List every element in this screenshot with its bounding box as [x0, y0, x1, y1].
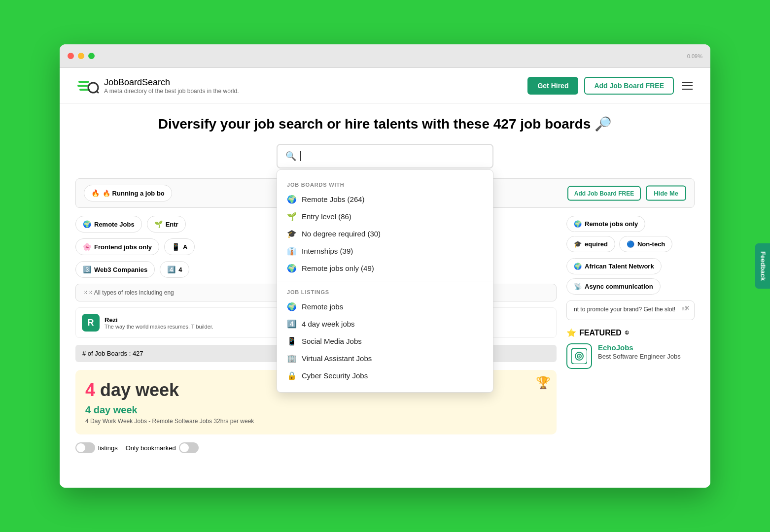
- feedback-tab[interactable]: Feedback: [756, 243, 770, 289]
- globe-icon: 🌍: [83, 220, 91, 228]
- navbar: JobBoardSearch A meta directory of the b…: [60, 68, 710, 104]
- banner-add-area: Add Job Board FREE Hide Me: [567, 186, 686, 201]
- remote-only-icon: 🌍: [287, 264, 297, 273]
- svg-line-5: [97, 91, 98, 93]
- internships-icon: 👔: [287, 246, 297, 256]
- dropdown-item-cyber-security[interactable]: 🔒 Cyber Security Jobs: [277, 367, 493, 384]
- dropdown-item-4day-week[interactable]: 4️⃣ 4 day week jobs: [277, 315, 493, 332]
- globe-icon-right: 🌍: [574, 220, 582, 228]
- svg-rect-1: [78, 81, 89, 83]
- remote-jobs-only-tag[interactable]: 🌍 Remote jobs only: [566, 216, 645, 232]
- no-degree-icon: 🎓: [287, 229, 297, 238]
- browser-titlebar: 0.09%: [60, 44, 710, 68]
- main-content: Diversify your job search or hire talent…: [60, 104, 710, 465]
- fullscreen-button[interactable]: [88, 53, 95, 59]
- logo-tagline: A meta directory of the best job boards …: [104, 88, 239, 95]
- featured-section: ⭐ FEATURED ①: [566, 328, 695, 369]
- svg-rect-2: [77, 85, 88, 87]
- african-talent-tag[interactable]: 🌍 African Talent Network: [566, 258, 662, 274]
- dropdown-section-listings-label: JOB LISTINGS: [277, 285, 493, 298]
- logo-name: JobBoardSearch: [104, 77, 239, 88]
- hide-me-button[interactable]: Hide Me: [646, 186, 686, 201]
- scroll-hint: 0.09%: [687, 53, 702, 59]
- featured-section-title: ⭐ FEATURED ①: [566, 328, 695, 337]
- bookmarked-toggle-switch[interactable]: [179, 442, 199, 453]
- dropdown-item-virtual-assistant[interactable]: 🏢 Virtual Assistant Jobs: [277, 350, 493, 367]
- star-icon: ⭐: [566, 328, 576, 337]
- degree-icon-right: 🎓: [574, 240, 582, 248]
- browser-window: 0.09% JobBoardSearch: [60, 44, 710, 488]
- dropdown-item-remote-only[interactable]: 🌍 Remote jobs only (49): [277, 260, 493, 277]
- listings-toggle-switch[interactable]: [75, 442, 95, 453]
- featured-sup: ①: [625, 330, 629, 335]
- logo-area: JobBoardSearch A meta directory of the b…: [75, 74, 239, 98]
- dropdown-item-remote-jobs[interactable]: 🌍 Remote Jobs (264): [277, 191, 493, 208]
- africa-icon: 🌍: [574, 263, 582, 270]
- search-cursor: [300, 151, 301, 161]
- virtual-assistant-icon: 🏢: [287, 354, 297, 363]
- logo-icon: [75, 74, 99, 98]
- hamburger-menu-icon[interactable]: [680, 80, 695, 92]
- sprout-icon: 🌱: [154, 220, 163, 228]
- four-icon: 4️⃣: [167, 266, 175, 273]
- svg-point-9: [579, 356, 580, 357]
- promote-text: nt to promote your brand? Get the slot!: [574, 306, 687, 313]
- four-day-week-title: 4 day week: [85, 404, 547, 416]
- search-container: 🔍 JOB BOARDS WITH 🌍 Remote Jobs (264) 🌱 …: [75, 144, 695, 168]
- minimize-button[interactable]: [78, 53, 84, 59]
- promote-close-button[interactable]: ✕: [684, 304, 690, 312]
- browser-content: JobBoardSearch A meta directory of the b…: [60, 68, 710, 488]
- dropdown-divider: [277, 281, 493, 281]
- four-day-week-desc: 4 Day Work Week Jobs - Remote Software J…: [85, 418, 547, 425]
- dropdown-item-remote-listings[interactable]: 🌍 Remote jobs: [277, 298, 493, 315]
- filter-frontend-tag[interactable]: 🌸 Frontend jobs only: [75, 238, 159, 255]
- listings-toggle[interactable]: listings: [75, 442, 118, 453]
- 4day-icon: 4️⃣: [287, 319, 297, 329]
- search-icon: 🔍: [285, 151, 296, 162]
- rezi-info: Rezi The way the world makes resumes. T …: [105, 316, 213, 330]
- dropdown-item-no-degree[interactable]: 🎓 No degree required (30): [277, 225, 493, 242]
- fire-icon: 🔥: [91, 189, 100, 197]
- search-dropdown: JOB BOARDS WITH 🌍 Remote Jobs (264) 🌱 En…: [277, 169, 493, 393]
- echo-desc: Best Software Engineer Jobs: [598, 353, 681, 360]
- logo-text: JobBoardSearch A meta directory of the b…: [104, 77, 239, 95]
- filter-4-tag[interactable]: 4️⃣ 4: [160, 261, 189, 278]
- rezi-logo: R: [82, 314, 100, 332]
- right-column: 🌍 Remote jobs only 🎓 equired 🔵 Non-tech: [566, 216, 695, 453]
- right-filter-tags: 🌍 Remote jobs only 🎓 equired 🔵 Non-tech: [566, 216, 695, 252]
- remote-listing-icon: 🌍: [287, 302, 297, 311]
- filter-running-job-board[interactable]: 🔥 🔥 Running a job bo: [84, 185, 172, 201]
- nav-actions: Get Hired Add Job Board FREE: [527, 77, 695, 95]
- required-tag[interactable]: 🎓 equired: [566, 236, 615, 252]
- add-job-board-button[interactable]: Add Job Board FREE: [584, 77, 674, 95]
- dropdown-section-boards-label: JOB BOARDS WITH: [277, 178, 493, 191]
- bookmarked-toggle[interactable]: Only bookmarked: [126, 442, 199, 453]
- async-comm-tag[interactable]: 📡 Async communication: [566, 278, 661, 295]
- cyber-security-icon: 🔒: [287, 371, 297, 380]
- rezi-name: Rezi: [105, 316, 213, 324]
- entry-level-icon: 🌱: [287, 212, 297, 221]
- filter-web3-tag[interactable]: 3️⃣ Web3 Companies: [75, 261, 155, 278]
- flower-icon: 🌸: [83, 243, 91, 251]
- non-tech-tag[interactable]: 🔵 Non-tech: [619, 236, 672, 252]
- web3-icon: 3️⃣: [83, 266, 91, 273]
- echo-jobs-card[interactable]: EchoJobs Best Software Engineer Jobs: [566, 343, 695, 369]
- dropdown-item-internships[interactable]: 👔 Internships (39): [277, 242, 493, 260]
- dropdown-item-social-media[interactable]: 📱 Social Media Jobs: [277, 332, 493, 350]
- rezi-tagline: The way the world makes resumes. T build…: [105, 324, 213, 330]
- page-title: Diversify your job search or hire talent…: [75, 116, 695, 132]
- traffic-lights: [68, 53, 95, 59]
- echo-name: EchoJobs: [598, 343, 681, 352]
- dropdown-item-entry-level[interactable]: 🌱 Entry level (86): [277, 208, 493, 225]
- echo-info: EchoJobs Best Software Engineer Jobs: [598, 343, 681, 360]
- add-job-board-banner-button[interactable]: Add Job Board FREE: [567, 186, 641, 200]
- social-media-icon: 📱: [287, 336, 297, 346]
- trophy-badge-icon: 🏆: [536, 376, 551, 390]
- get-hired-button[interactable]: Get Hired: [527, 77, 578, 95]
- filter-entry-level-tag[interactable]: 🌱 Entr: [147, 216, 186, 233]
- filter-a-tag[interactable]: 📱 A: [164, 238, 195, 255]
- bottom-toggles: listings Only bookmarked: [75, 442, 557, 453]
- filter-remote-jobs-tag[interactable]: 🌍 Remote Jobs: [75, 216, 142, 233]
- search-bar[interactable]: 🔍: [277, 144, 493, 168]
- close-button[interactable]: [68, 53, 74, 59]
